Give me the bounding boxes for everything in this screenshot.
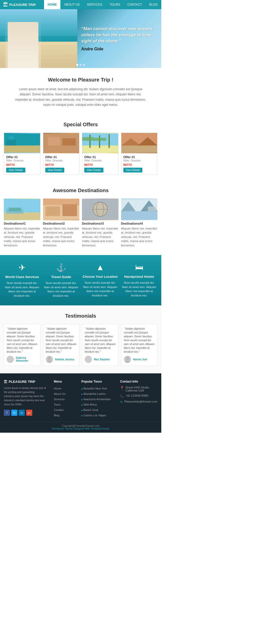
footer-tour-1[interactable]: Beautiful New York (81, 386, 115, 391)
svg-point-39 (87, 356, 90, 360)
dest-name-1: Destinations#1 (4, 222, 40, 225)
dest-img-4 (121, 199, 158, 220)
footer-tour-4[interactable]: Wild Africa (81, 402, 115, 407)
footer-about-text: Lorem ipsum is simply dummy text of the … (4, 386, 49, 407)
dest-text-4: Aliquam libero nisi, imperdiet at, tinci… (121, 226, 158, 248)
googleplus-btn[interactable]: g+ (26, 410, 32, 416)
footer-tour-2[interactable]: Wonderful Lodmn (81, 391, 115, 397)
svg-rect-1 (4, 145, 40, 153)
offers-grid: Offer #1 Nibe, Gravida $6773 View Detail… (4, 133, 157, 175)
offer-details-btn-3[interactable]: View Details (84, 168, 103, 172)
dot-2[interactable] (80, 64, 82, 66)
svg-rect-23 (45, 206, 60, 216)
svg-point-37 (48, 356, 51, 360)
phone-icon: 📞 (120, 394, 124, 398)
footer-menu-services[interactable]: Services (54, 397, 76, 402)
facebook-btn[interactable]: f (4, 410, 10, 416)
contact-email-text: Pleasuretrip@domain.com (124, 400, 157, 403)
special-offers-section: Special Offers Offer #1 Nibe, Gravida $6… (0, 117, 161, 182)
footer-menu-blog[interactable]: Blog (54, 413, 76, 418)
wordpress-link[interactable]: Wordpress Theme Designed With TemplateTo… (52, 427, 110, 430)
twitter-btn[interactable]: in (11, 410, 17, 416)
service-title-4: Handpicked Hotels (121, 275, 158, 279)
testimonial-avatar-3 (85, 356, 92, 363)
offer-card-2: Offer #1 Nibe, Gravida $6773 View Detail… (43, 133, 80, 175)
testimonials-section: Testimonials " Nullam dignissim convalli… (0, 305, 161, 373)
hero-section: “Man cannot discover new oceans unless h… (0, 9, 161, 68)
dest-card-3: Destinations#3 Aliquam libero nisi, impe… (82, 199, 119, 248)
hero-dots (76, 64, 85, 66)
offer-price-1: $6773 (6, 163, 38, 167)
nav-blog[interactable]: BLOG (146, 0, 161, 9)
destinations-section: Awesome Destinations Destinations#1 Aliq… (0, 182, 161, 255)
footer-menu-contact[interactable]: Contact (54, 407, 76, 413)
linkedin-btn[interactable]: in (19, 410, 25, 416)
service-3: ▲ Choose Your Location Nunc iaculis susc… (82, 263, 119, 298)
testimonial-name-4: Harriet Joel (133, 358, 147, 361)
service-4: 🛏 Handpicked Hotels Nunc iaculis suscipi… (121, 263, 158, 298)
testimonial-text-3: " Nullam dignissim convallis est.Quisque… (85, 327, 116, 354)
nav-tours[interactable]: TOURS (106, 0, 124, 9)
offer-details-btn-4[interactable]: View Details (123, 168, 143, 172)
footer-bottom: Copyright@TemplateToaster.com Wordpress … (4, 422, 157, 430)
footer-menu-tours[interactable]: Tours (54, 402, 76, 407)
footer-menu: Menu Home About Us Services Tours Contac… (54, 380, 76, 418)
nav-contact[interactable]: CONTACT (124, 0, 146, 9)
dot-1[interactable] (76, 64, 78, 66)
offer-details-btn-1[interactable]: View Details (6, 168, 25, 172)
offer-card-3: Offer #1 Nibe, Gravida $6773 View Detail… (82, 133, 119, 175)
svg-point-41 (126, 356, 129, 360)
dot-3[interactable] (83, 64, 85, 66)
testimonial-text-4: " Nullam dignissim convallis est.Quisque… (124, 327, 155, 354)
contact-address: 📍 Street #436 Studio, California USA (120, 386, 157, 392)
footer-menu-about[interactable]: About Us (54, 391, 76, 397)
footer-tour-3[interactable]: Awesome Amsterdam (81, 397, 115, 402)
testimonial-1: " Nullam dignissim convallis est.Quisque… (4, 324, 40, 366)
dest-card-1: Destinations#1 Aliquam libero nisi, impe… (4, 199, 40, 248)
offer-title-3: Offer #1 (84, 155, 116, 159)
hero-author: Andre Gide (81, 47, 157, 51)
services-band: ✈ World Class Services Nunc iaculis susc… (0, 255, 161, 305)
testimonial-avatar-2 (46, 356, 53, 363)
nav-home[interactable]: HOME (44, 0, 60, 9)
service-1: ✈ World Class Services Nunc iaculis susc… (4, 263, 40, 298)
testimonial-avatar-4 (124, 356, 131, 363)
testimonial-name-1: Kathrine Alexander (16, 356, 38, 362)
footer-contact: Contact Info 📍 Street #436 Studio, Calif… (120, 380, 157, 418)
footer-grid: ⛱ PLEASURE TRIP Lorem ipsum is simply du… (4, 380, 157, 418)
svg-rect-31 (121, 211, 158, 220)
nav-links: HOME ABOUT US SERVICES TOURS CONTACT BLO… (44, 0, 161, 9)
footer-menu-title: Menu (54, 380, 76, 383)
dest-text-3: Aliquam libero nisi, imperdiet at, tinci… (82, 226, 119, 248)
contact-email: ✉ Pleasuretrip@domain.com (120, 400, 157, 404)
footer-tour-5[interactable]: Beach Goal (81, 407, 115, 413)
special-offers-title: Special Offers (4, 122, 157, 128)
contact-address-text: Street #436 Studio, California USA (125, 386, 157, 392)
footer-logo: ⛱ PLEASURE TRIP (4, 380, 49, 384)
offer-details-btn-2[interactable]: View Details (45, 168, 65, 172)
footer-menu-home[interactable]: Home (54, 386, 76, 391)
testimonials-title: Testimonials (4, 313, 157, 319)
destinations-title: Awesome Destinations (4, 188, 157, 193)
contact-phone-text: +91 12345678900 (125, 394, 148, 397)
couple-silhouette (8, 22, 38, 68)
dest-name-4: Destinations#4 (121, 222, 158, 225)
svg-rect-3 (6, 140, 16, 145)
address-icon: 📍 (120, 386, 124, 390)
dest-img-1 (4, 199, 40, 220)
svg-rect-15 (121, 145, 157, 153)
svg-point-36 (8, 360, 13, 363)
hero-image (0, 9, 77, 68)
service-title-3: Choose Your Location (82, 275, 119, 279)
dest-img-2 (43, 199, 80, 220)
testimonial-avatar-1 (7, 356, 14, 363)
svg-point-35 (8, 356, 12, 360)
service-title-1: World Class Services (4, 275, 40, 279)
offer-price-2: $6773 (45, 163, 77, 167)
svg-point-38 (47, 360, 52, 363)
nav-about[interactable]: ABOUT US (60, 0, 83, 9)
svg-point-42 (125, 360, 130, 363)
footer-tour-6[interactable]: Casino Los Vages (81, 413, 115, 418)
nav-services[interactable]: SERVICES (83, 0, 106, 9)
offer-location-2: Nibe, Gravida (45, 159, 77, 162)
